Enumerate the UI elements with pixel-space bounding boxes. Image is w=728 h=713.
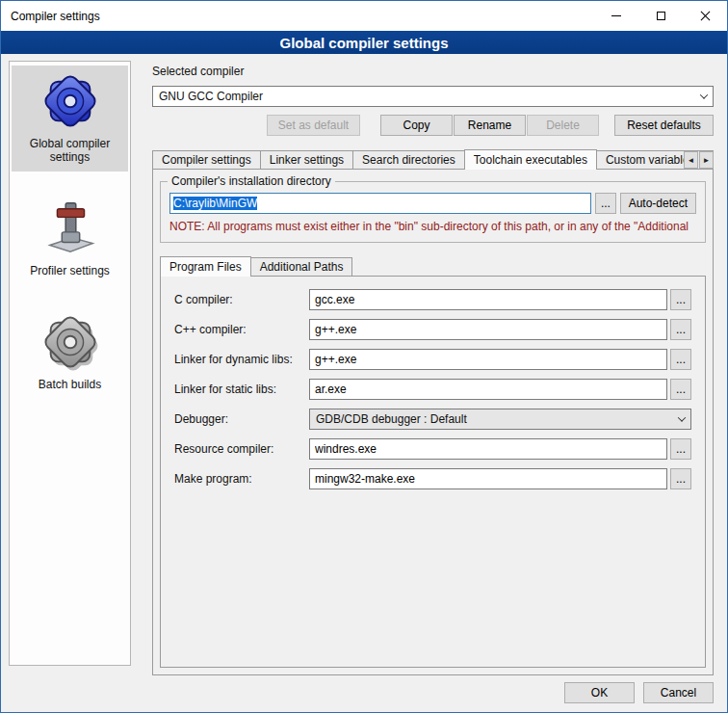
cancel-button[interactable]: Cancel <box>643 682 714 703</box>
dialog-footer: OK Cancel <box>564 682 714 703</box>
selected-compiler-label: Selected compiler <box>152 65 714 78</box>
resource-compiler-label: Resource compiler: <box>174 442 309 456</box>
tab-scroll-buttons: ◄ ► <box>684 151 714 169</box>
tab-scroll-right-button[interactable]: ► <box>699 151 714 169</box>
titlebar: Compiler settings <box>1 1 727 31</box>
tab-compiler-settings[interactable]: Compiler settings <box>152 150 261 170</box>
static-linker-label: Linker for static libs: <box>174 383 309 396</box>
installation-directory-label: Compiler's installation directory <box>168 174 335 188</box>
window-controls <box>594 1 727 31</box>
compiler-settings-window: Compiler settings Global compiler settin… <box>0 0 728 713</box>
resource-compiler-browse-button[interactable]: ... <box>670 438 691 460</box>
resource-compiler-input[interactable] <box>309 438 667 460</box>
sidebar-item-profiler-settings[interactable]: Profiler settings <box>12 193 128 285</box>
arrow-right-icon: ► <box>703 156 711 165</box>
minimize-icon <box>611 15 621 16</box>
blue-gear-icon <box>13 71 126 131</box>
debugger-select[interactable]: GDB/CDB debugger : Default <box>309 409 691 430</box>
debugger-select-value: GDB/CDB debugger : Default <box>316 412 673 426</box>
sidebar-item-batch-builds[interactable]: Batch builds <box>12 306 128 399</box>
tab-scroll-left-button[interactable]: ◄ <box>684 151 698 169</box>
profiler-tool-icon <box>13 198 126 258</box>
compiler-select[interactable]: GNU GCC Compiler <box>152 86 714 107</box>
make-program-input[interactable] <box>309 468 667 489</box>
toolchain-executables-page: Compiler's installation directory C:\ray… <box>152 169 714 675</box>
tab-search-directories[interactable]: Search directories <box>352 150 465 170</box>
form-row-c-compiler: C compiler: ... <box>174 289 691 310</box>
window-title: Compiler settings <box>1 10 100 23</box>
static-linker-input[interactable] <box>309 379 667 400</box>
install-dir-value: C:\raylib\MinGW <box>173 197 257 210</box>
sidebar-item-label: Global compiler settings <box>13 137 126 164</box>
static-linker-browse-button[interactable]: ... <box>670 379 691 400</box>
compiler-buttons-row: Set as default Copy Rename Delete Reset … <box>152 115 714 136</box>
close-button[interactable] <box>683 1 727 31</box>
reset-defaults-button[interactable]: Reset defaults <box>614 115 714 136</box>
sidebar-item-label: Batch builds <box>13 378 126 391</box>
c-compiler-browse-button[interactable]: ... <box>670 289 691 310</box>
form-row-debugger: Debugger: GDB/CDB debugger : Default <box>174 409 691 430</box>
maximize-icon <box>657 12 665 20</box>
make-program-label: Make program: <box>174 472 309 486</box>
close-icon <box>700 11 711 21</box>
tab-toolchain-executables[interactable]: Toolchain executables <box>464 149 597 170</box>
program-files-tabstrip: Program Files Additional Paths <box>160 256 706 277</box>
form-row-static-linker: Linker for static libs: ... <box>174 379 691 400</box>
main-tabstrip: Compiler settings Linker settings Search… <box>152 148 714 170</box>
install-dir-input[interactable]: C:\raylib\MinGW <box>169 193 591 214</box>
tab-linker-settings[interactable]: Linker settings <box>260 150 353 170</box>
arrow-left-icon: ◄ <box>688 156 695 165</box>
ok-button[interactable]: OK <box>564 682 635 703</box>
installation-directory-row: C:\raylib\MinGW ... Auto-detect <box>169 193 696 214</box>
gray-gear-icon <box>13 312 126 372</box>
dynamic-linker-browse-button[interactable]: ... <box>670 349 691 370</box>
form-row-resource-compiler: Resource compiler: ... <box>174 438 691 460</box>
copy-button[interactable]: Copy <box>380 115 453 136</box>
sidebar-item-global-compiler-settings[interactable]: Global compiler settings <box>12 66 128 172</box>
form-row-make-program: Make program: ... <box>174 468 691 489</box>
form-row-dynamic-linker: Linker for dynamic libs: ... <box>174 349 691 370</box>
chevron-down-icon <box>695 93 713 99</box>
dynamic-linker-input[interactable] <box>309 349 667 370</box>
dynamic-linker-label: Linker for dynamic libs: <box>174 353 309 366</box>
form-row-cpp-compiler: C++ compiler: ... <box>174 319 691 340</box>
c-compiler-label: C compiler: <box>174 293 309 306</box>
debugger-label: Debugger: <box>174 412 309 426</box>
maximize-button[interactable] <box>638 1 683 31</box>
auto-detect-button[interactable]: Auto-detect <box>620 193 696 214</box>
set-as-default-button: Set as default <box>267 115 360 136</box>
sidebar-item-label: Profiler settings <box>13 264 126 277</box>
page-title: Global compiler settings <box>1 31 727 54</box>
tab-program-files[interactable]: Program Files <box>160 256 251 277</box>
rename-button[interactable]: Rename <box>454 115 526 136</box>
make-program-browse-button[interactable]: ... <box>670 468 691 489</box>
settings-category-sidebar: Global compiler settings Profiler settin… <box>9 61 131 666</box>
minimize-button[interactable] <box>594 1 638 31</box>
install-dir-note: NOTE: All programs must exist either in … <box>169 220 696 233</box>
program-files-page: C compiler: ... C++ compiler: ... Linker… <box>160 276 706 668</box>
install-dir-browse-button[interactable]: ... <box>595 193 615 214</box>
delete-button: Delete <box>527 115 599 136</box>
installation-directory-group: Compiler's installation directory C:\ray… <box>160 181 706 243</box>
compiler-select-value: GNU GCC Compiler <box>159 90 695 103</box>
c-compiler-input[interactable] <box>309 289 667 310</box>
cpp-compiler-browse-button[interactable]: ... <box>670 319 691 340</box>
main-panel: Selected compiler GNU GCC Compiler Set a… <box>141 61 721 675</box>
tab-additional-paths[interactable]: Additional Paths <box>250 257 353 277</box>
cpp-compiler-input[interactable] <box>309 319 667 340</box>
chevron-down-icon <box>673 416 690 422</box>
cpp-compiler-label: C++ compiler: <box>174 323 309 336</box>
